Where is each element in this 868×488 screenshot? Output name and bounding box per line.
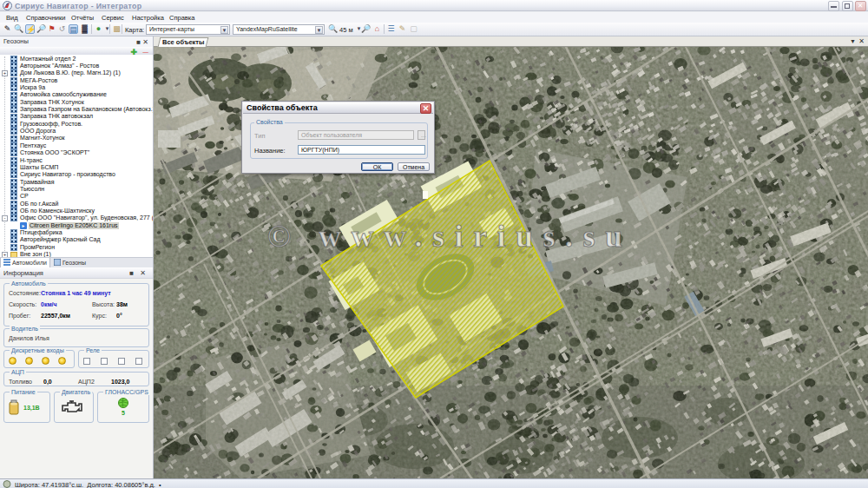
svg-text:© www.sirius.su: © www.sirius.su (267, 219, 632, 254)
